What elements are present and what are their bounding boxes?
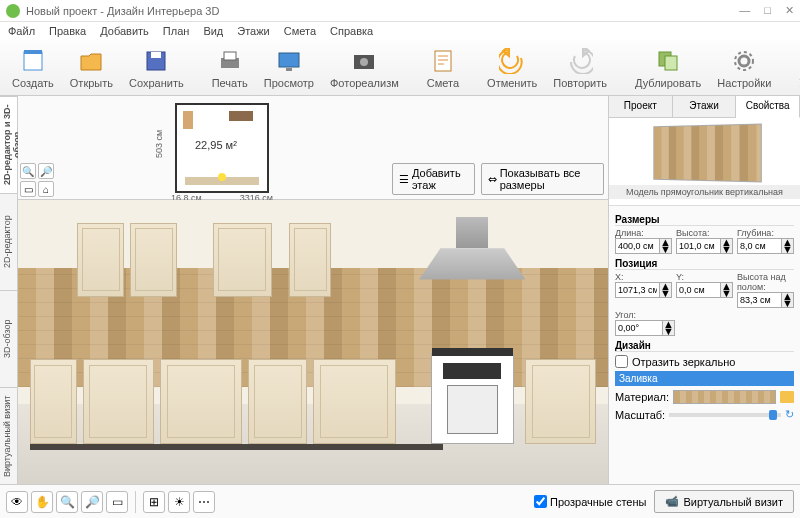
floorplan-area[interactable]: 22,95 м² 503 см 16,8 см 3316 см xyxy=(56,96,388,199)
menubar: ФайлПравкаДобавитьПланВидЭтажиСметаСправ… xyxy=(0,22,800,40)
3d-viewport[interactable] xyxy=(18,200,608,484)
sb-hand-button[interactable]: ✋ xyxy=(31,491,53,513)
side-tabs: 2D-редактор и 3D-обзор2D-редактор3D-обзо… xyxy=(0,96,18,484)
transparent-walls-checkbox[interactable] xyxy=(534,495,547,508)
sb-grid-button[interactable]: ⊞ xyxy=(143,491,165,513)
transparent-walls-check[interactable]: Прозрачные стены xyxy=(534,495,646,508)
show-dims-button[interactable]: ⇔ Показывать все размеры xyxy=(481,163,604,195)
scale-label: Масштаб: xyxy=(615,409,665,421)
tb-label: Повторить xyxy=(553,77,607,89)
tb-label: Создать xyxy=(12,77,54,89)
zoom-in-button[interactable]: 🔍 xyxy=(20,163,36,179)
window-title: Новый проект - Дизайн Интерьера 3D xyxy=(26,5,739,17)
menu-файл[interactable]: Файл xyxy=(8,25,35,37)
titlebar: Новый проект - Дизайн Интерьера 3D — □ ✕ xyxy=(0,0,800,22)
svg-rect-4 xyxy=(224,52,236,60)
reset-icon[interactable]: ↻ xyxy=(785,408,794,421)
tb-label: Дублировать xyxy=(635,77,701,89)
tb-undo-button[interactable]: Отменить xyxy=(481,45,543,91)
sb-zoomin-button[interactable]: 🔍 xyxy=(56,491,78,513)
length-spin[interactable]: ▲▼ xyxy=(660,238,672,254)
tb-redo-button[interactable]: Повторить xyxy=(547,45,613,91)
x-spin[interactable]: ▲▼ xyxy=(660,282,672,298)
tb-label: Отменить xyxy=(487,77,537,89)
svg-rect-2 xyxy=(151,52,161,58)
tb-dup-button[interactable]: Дублировать xyxy=(629,45,707,91)
tb-gear-button[interactable]: Настройки xyxy=(711,45,777,91)
sb-light-button[interactable]: ☀ xyxy=(168,491,190,513)
toolbar: СоздатьОткрытьСохранитьПечатьПросмотрФот… xyxy=(0,40,800,96)
menu-справка[interactable]: Справка xyxy=(330,25,373,37)
fill-row[interactable]: Заливка xyxy=(615,371,794,386)
material-label: Материал: xyxy=(615,391,669,403)
zoom-out-button[interactable]: 🔎 xyxy=(38,163,54,179)
sb-zoomout-button[interactable]: 🔎 xyxy=(81,491,103,513)
redo-icon xyxy=(566,47,594,75)
right-tab-свойства[interactable]: Свойства xyxy=(736,96,800,118)
menu-вид[interactable]: Вид xyxy=(203,25,223,37)
tb-label: Печать xyxy=(212,77,248,89)
menu-этажи[interactable]: Этажи xyxy=(237,25,269,37)
tb-open-button[interactable]: Открыть xyxy=(64,45,119,91)
tb-help-button[interactable]: ?Учебник xyxy=(793,45,800,91)
menu-добавить[interactable]: Добавить xyxy=(100,25,149,37)
angle-input[interactable] xyxy=(615,320,663,336)
save-icon xyxy=(142,47,170,75)
home-button[interactable]: ⌂ xyxy=(38,181,54,197)
floorplan[interactable]: 22,95 м² 503 см 16,8 см 3316 см xyxy=(175,103,269,193)
mirror-checkbox-row[interactable]: Отразить зеркально xyxy=(615,355,794,368)
y-spin[interactable]: ▲▼ xyxy=(721,282,733,298)
open-icon xyxy=(77,47,105,75)
room-area-label: 22,95 м² xyxy=(195,139,237,151)
side-tab-2[interactable]: 3D-обзор xyxy=(0,290,17,387)
side-tab-3[interactable]: Виртуальный визит xyxy=(0,387,17,484)
hfloor-spin[interactable]: ▲▼ xyxy=(782,292,794,308)
estimate-icon xyxy=(429,47,457,75)
tb-estimate-button[interactable]: Смета xyxy=(421,45,465,91)
scale-slider[interactable] xyxy=(669,413,781,417)
folder-icon[interactable] xyxy=(780,391,794,403)
virtual-visit-button[interactable]: 📹 Виртуальный визит xyxy=(654,490,794,513)
right-tab-проект[interactable]: Проект xyxy=(609,96,673,117)
side-tab-1[interactable]: 2D-редактор xyxy=(0,193,17,290)
sb-eye-button[interactable]: 👁 xyxy=(6,491,28,513)
x-input[interactable] xyxy=(615,282,660,298)
tb-print-button[interactable]: Печать xyxy=(206,45,254,91)
svg-rect-5 xyxy=(279,53,299,67)
show-dims-label: Показывать все размеры xyxy=(500,167,597,191)
tb-screen-button[interactable]: Просмотр xyxy=(258,45,320,91)
menu-правка[interactable]: Правка xyxy=(49,25,86,37)
right-tab-этажи[interactable]: Этажи xyxy=(673,96,737,117)
side-tab-0[interactable]: 2D-редактор и 3D-обзор xyxy=(0,96,17,193)
material-swatch[interactable] xyxy=(673,390,776,404)
sb-fit-button[interactable]: ▭ xyxy=(106,491,128,513)
angle-spin[interactable]: ▲▼ xyxy=(663,320,675,336)
tb-save-button[interactable]: Сохранить xyxy=(123,45,190,91)
length-input[interactable] xyxy=(615,238,660,254)
height-input[interactable] xyxy=(676,238,721,254)
sb-more-button[interactable]: ⋯ xyxy=(193,491,215,513)
height-spin[interactable]: ▲▼ xyxy=(721,238,733,254)
depth-input[interactable] xyxy=(737,238,782,254)
maximize-button[interactable]: □ xyxy=(764,4,771,17)
camera-icon: 📹 xyxy=(665,495,679,508)
tb-label: Открыть xyxy=(70,77,113,89)
y-input[interactable] xyxy=(676,282,721,298)
hfloor-input[interactable] xyxy=(737,292,782,308)
tb-new-button[interactable]: Создать xyxy=(6,45,60,91)
fit-button[interactable]: ▭ xyxy=(20,181,36,197)
tb-label: Смета xyxy=(427,77,459,89)
preview-swatch xyxy=(653,123,762,182)
add-floor-button[interactable]: ☰ Добавить этаж xyxy=(392,163,475,195)
tb-photo-button[interactable]: Фотореализм xyxy=(324,45,405,91)
minimize-button[interactable]: — xyxy=(739,4,750,17)
svg-rect-0 xyxy=(24,52,42,70)
depth-spin[interactable]: ▲▼ xyxy=(782,238,794,254)
add-floor-label: Добавить этаж xyxy=(412,167,468,191)
menu-смета[interactable]: Смета xyxy=(284,25,316,37)
close-button[interactable]: ✕ xyxy=(785,4,794,17)
mirror-checkbox[interactable] xyxy=(615,355,628,368)
layers-icon: ☰ xyxy=(399,173,409,186)
menu-план[interactable]: План xyxy=(163,25,190,37)
tb-label: Просмотр xyxy=(264,77,314,89)
